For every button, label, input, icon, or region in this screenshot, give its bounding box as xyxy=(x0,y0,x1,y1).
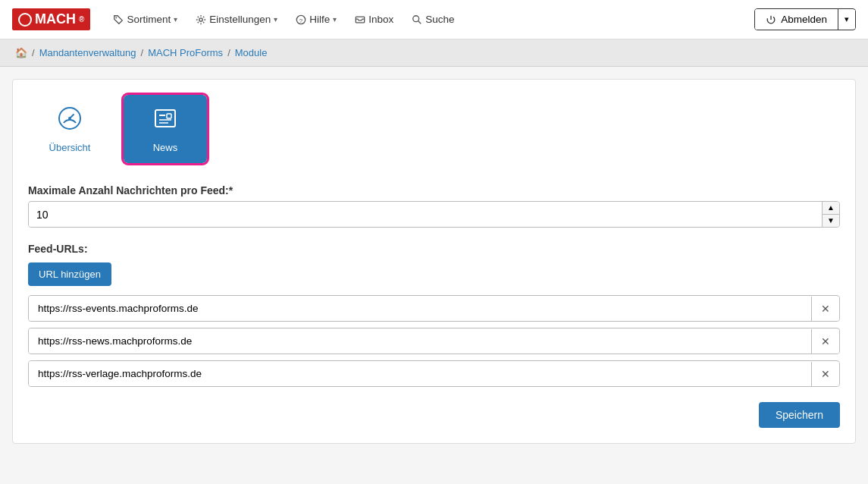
module-card-uebersicht[interactable]: Übersicht xyxy=(28,95,111,163)
save-row: Speichern xyxy=(28,402,840,428)
module-card-news[interactable]: News xyxy=(124,95,207,163)
url-input-0[interactable] xyxy=(29,296,811,321)
url-row-0: ✕ xyxy=(28,295,840,322)
url-row-1: ✕ xyxy=(28,328,840,354)
main-content: Übersicht News Maximale Anzahl Nachricht… xyxy=(12,79,856,444)
save-button[interactable]: Speichern xyxy=(759,402,840,428)
nav-suche-label: Suche xyxy=(425,14,454,25)
top-navigation: MACH® Sortiment ▾ Einstellungen ▾ ? Hilf… xyxy=(0,0,868,39)
nav-inbox-label: Inbox xyxy=(368,14,393,25)
nav-item-sortiment[interactable]: Sortiment ▾ xyxy=(105,9,185,30)
svg-rect-4 xyxy=(356,17,365,23)
breadcrumb: 🏠 / Mandantenverwaltung / MACH ProForms … xyxy=(0,39,868,67)
breadcrumb-sep-0: / xyxy=(32,47,35,58)
svg-point-11 xyxy=(68,117,71,120)
max-messages-label: Maximale Anzahl Nachrichten pro Feed:* xyxy=(28,184,840,196)
chevron-down-icon: ▾ xyxy=(333,15,337,24)
logo-circle-icon xyxy=(18,13,32,27)
url-remove-button-0[interactable]: ✕ xyxy=(811,297,839,321)
gauge-icon xyxy=(56,105,83,137)
nav-item-hilfe[interactable]: ? Hilfe ▾ xyxy=(288,9,344,30)
chevron-down-icon: ▾ xyxy=(174,15,177,24)
breadcrumb-machproforms[interactable]: MACH ProForms xyxy=(148,47,223,58)
add-url-button[interactable]: URL hinzügen xyxy=(28,262,111,286)
logout-button[interactable]: Abmelden xyxy=(755,9,838,30)
svg-rect-14 xyxy=(167,114,171,118)
nav-einstellungen-label: Einstellungen xyxy=(209,14,271,25)
logout-label: Abmelden xyxy=(781,14,827,25)
svg-line-6 xyxy=(418,20,421,24)
svg-point-5 xyxy=(413,15,419,21)
url-remove-button-1[interactable]: ✕ xyxy=(811,329,839,354)
logo-box: MACH® xyxy=(12,8,90,30)
breadcrumb-home[interactable]: 🏠 xyxy=(15,47,27,58)
news-icon xyxy=(152,105,179,137)
spinner-buttons: ▲ ▼ xyxy=(822,202,839,227)
nav-sortiment-label: Sortiment xyxy=(127,14,171,25)
chevron-down-icon: ▾ xyxy=(274,15,277,24)
logo-trademark: ® xyxy=(79,15,84,24)
spinner-up-button[interactable]: ▲ xyxy=(823,202,839,215)
nav-hilfe-label: Hilfe xyxy=(309,14,330,25)
nav-item-inbox[interactable]: Inbox xyxy=(347,9,401,30)
logo: MACH® xyxy=(12,8,90,30)
module-card-uebersicht-label: Übersicht xyxy=(49,142,91,153)
spinner-down-button[interactable]: ▼ xyxy=(823,215,839,227)
power-icon xyxy=(766,14,776,25)
inbox-icon xyxy=(355,14,365,25)
breadcrumb-sep-1: / xyxy=(141,47,144,58)
logout-dropdown-arrow[interactable]: ▾ xyxy=(838,10,855,29)
breadcrumb-module[interactable]: Module xyxy=(235,47,268,58)
breadcrumb-mandantenverwaltung[interactable]: Mandantenverwaltung xyxy=(39,47,136,58)
url-input-2[interactable] xyxy=(29,361,811,386)
logout-button-group: Abmelden ▾ xyxy=(754,8,856,30)
gear-icon xyxy=(196,14,206,25)
max-messages-input[interactable] xyxy=(29,203,822,227)
tag-icon xyxy=(113,14,124,25)
nav-item-einstellungen[interactable]: Einstellungen ▾ xyxy=(188,9,285,30)
svg-text:?: ? xyxy=(299,17,303,24)
feed-urls-label: Feed-URLs: xyxy=(28,243,840,255)
url-input-1[interactable] xyxy=(29,328,811,354)
url-row-2: ✕ xyxy=(28,360,840,387)
module-card-news-label: News xyxy=(153,142,178,153)
help-icon: ? xyxy=(296,14,306,25)
max-messages-input-row: ▲ ▼ xyxy=(28,201,840,228)
search-icon xyxy=(412,14,422,25)
nav-item-suche[interactable]: Suche xyxy=(404,9,462,30)
breadcrumb-sep-2: / xyxy=(227,47,230,58)
module-cards: Übersicht News xyxy=(28,95,840,163)
logo-text: MACH xyxy=(35,11,76,27)
svg-point-0 xyxy=(116,17,118,18)
url-remove-button-2[interactable]: ✕ xyxy=(811,362,839,386)
svg-point-1 xyxy=(199,17,202,20)
svg-rect-12 xyxy=(155,110,175,127)
